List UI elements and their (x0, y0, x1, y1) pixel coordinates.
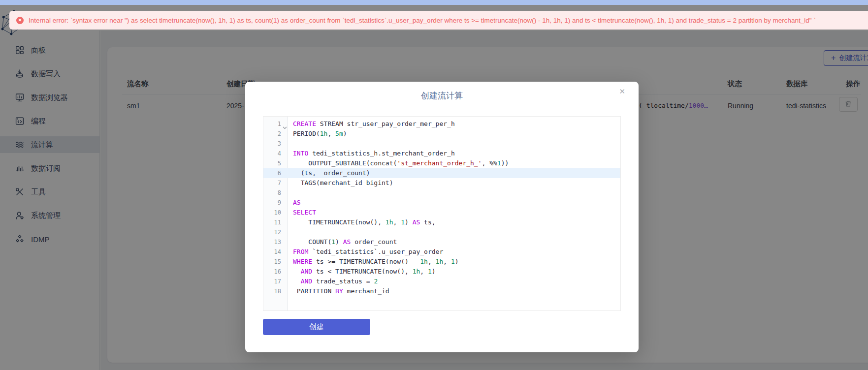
code-text: AND trade_status = 2 (288, 277, 620, 286)
code-text: OUTPUT_SUBTABLE(concat('st_merchant_orde… (288, 158, 620, 168)
create-stream-modal: 创建流计算 ✕ 1CREATE STREAM str_user_pay_orde… (245, 82, 639, 352)
line-number: 10 (263, 208, 288, 217)
line-number: 14 (263, 247, 288, 257)
code-text: TAGS(merchant_id bigint) (288, 178, 620, 188)
error-toast: ✕ Internal error: `syntax error near ") … (9, 11, 868, 30)
error-message: Internal error: `syntax error near ") as… (29, 17, 816, 24)
line-number: 17 (263, 277, 288, 286)
line-number: 12 (263, 227, 288, 237)
code-text: PARTITION BY merchant_id (288, 286, 620, 296)
code-text (288, 227, 620, 237)
code-text: (ts, order_count) (288, 168, 620, 178)
code-line-5[interactable]: 5 OUTPUT_SUBTABLE(concat('st_merchant_or… (263, 158, 620, 168)
line-number: 8 (263, 188, 288, 198)
line-number: 18 (263, 286, 288, 296)
code-text: FROM `tedi_statistics`.u_user_pay_order (288, 247, 620, 257)
code-text: WHERE ts >= TIMETRUNCATE(now() - 1h, 1h,… (288, 257, 620, 267)
line-number: 3 (263, 139, 288, 149)
code-line-4[interactable]: 4INTO tedi_statistics_h.st_merchant_orde… (263, 149, 620, 158)
code-text: CREATE STREAM str_user_pay_order_mer_per… (288, 119, 620, 129)
code-text: AS (288, 198, 620, 208)
code-text: SELECT (288, 208, 620, 217)
code-line-16[interactable]: 16 AND ts < TIMETRUNCATE(now(), 1h, 1) (263, 267, 620, 277)
line-number: 6 (263, 168, 288, 178)
code-line-1[interactable]: 1CREATE STREAM str_user_pay_order_mer_pe… (263, 119, 620, 129)
line-number: 7 (263, 178, 288, 188)
code-line-14[interactable]: 14FROM `tedi_statistics`.u_user_pay_orde… (263, 247, 620, 257)
line-number: 16 (263, 267, 288, 277)
code-text: PERIOD(1h, 5m) (288, 129, 620, 139)
close-icon[interactable]: ✕ (619, 87, 625, 96)
code-line-15[interactable]: 15WHERE ts >= TIMETRUNCATE(now() - 1h, 1… (263, 257, 620, 267)
line-number: 13 (263, 237, 288, 247)
code-line-6[interactable]: 6 (ts, order_count) (263, 168, 620, 178)
code-line-7[interactable]: 7 TAGS(merchant_id bigint) (263, 178, 620, 188)
code-line-9[interactable]: 9AS (263, 198, 620, 208)
modal-title: 创建流计算 (245, 90, 639, 101)
code-line-2[interactable]: 2PERIOD(1h, 5m) (263, 129, 620, 139)
code-line-13[interactable]: 13 COUNT(1) AS order_count (263, 237, 620, 247)
code-text (288, 188, 620, 198)
code-text: COUNT(1) AS order_count (288, 237, 620, 247)
line-number: 2 (263, 129, 288, 139)
code-text: INTO tedi_statistics_h.st_merchant_order… (288, 149, 620, 158)
code-text: AND ts < TIMETRUNCATE(now(), 1h, 1) (288, 267, 620, 277)
line-number: 9 (263, 198, 288, 208)
line-number: 4 (263, 149, 288, 158)
code-line-3[interactable]: 3 (263, 139, 620, 149)
line-number: 1 (263, 119, 288, 129)
code-line-18[interactable]: 18 PARTITION BY merchant_id (263, 286, 620, 296)
code-line-17[interactable]: 17 AND trade_status = 2 (263, 277, 620, 286)
window-top-bar (0, 0, 868, 5)
line-number: 15 (263, 257, 288, 267)
error-circle-icon: ✕ (16, 17, 24, 24)
line-number: 11 (263, 217, 288, 227)
create-button[interactable]: 创建 (263, 319, 370, 335)
sql-editor[interactable]: 1CREATE STREAM str_user_pay_order_mer_pe… (263, 116, 621, 311)
code-line-8[interactable]: 8 (263, 188, 620, 198)
code-line-10[interactable]: 10SELECT (263, 208, 620, 217)
code-line-12[interactable]: 12 (263, 227, 620, 237)
code-text: TIMETRUNCATE(now(), 1h, 1) AS ts, (288, 217, 620, 227)
screen: 面板数据写入数据浏览器编程流计算数据订阅工具系统管理IDMP + 创建流计算 流… (0, 0, 868, 370)
code-line-11[interactable]: 11 TIMETRUNCATE(now(), 1h, 1) AS ts, (263, 217, 620, 227)
line-number: 5 (263, 158, 288, 168)
code-text (288, 139, 620, 149)
